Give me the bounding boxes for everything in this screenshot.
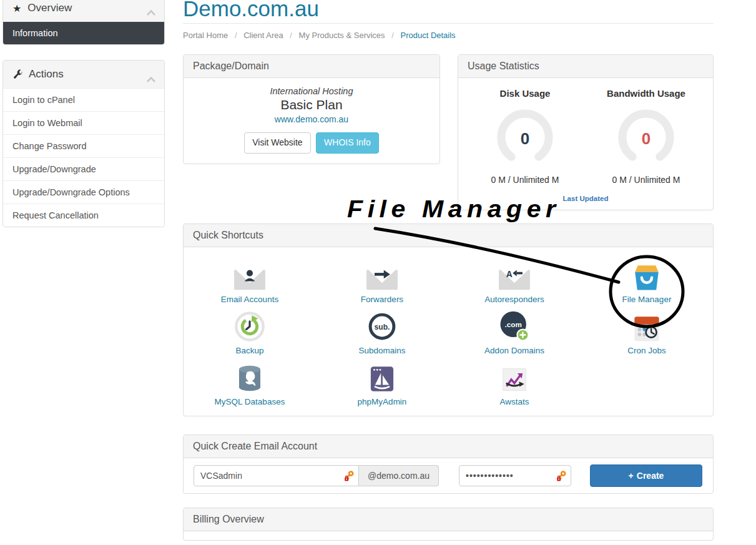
whois-info-button[interactable]: WHOIS Info: [316, 132, 379, 154]
sidebar: ★ Overview Information Actions Login to …: [2, 0, 165, 227]
bandwidth-usage-gauge: 0: [614, 109, 679, 169]
svg-text:.com: .com: [505, 320, 522, 328]
shortcut-awstats[interactable]: Awstats: [448, 358, 581, 410]
shortcut-addon-domains[interactable]: .com Addon Domains: [448, 307, 581, 358]
plus-icon: +: [629, 471, 634, 481]
disk-usage-gauge: 0: [493, 109, 557, 169]
usage-statistics-panel: Usage Statistics Disk Usage 0 0 M / Unli: [458, 54, 714, 210]
overview-panel-header[interactable]: ★ Overview: [3, 0, 164, 22]
sidebar-item-upgrade-downgrade-options[interactable]: Upgrade/Downgrade Options: [3, 180, 164, 204]
password-field-wrap: [459, 465, 571, 486]
product-plan: Basic Plan: [191, 97, 432, 112]
bandwidth-usage-value: 0: [614, 109, 679, 169]
chevron-up-icon[interactable]: [147, 6, 155, 19]
sidebar-item-request-cancellation[interactable]: Request Cancellation: [3, 204, 164, 227]
shortcut-email-accounts[interactable]: Email Accounts: [184, 256, 316, 307]
package-domain-panel: Package/Domain International Hosting Bas…: [183, 54, 440, 164]
package-panel-header: Package/Domain: [184, 55, 439, 78]
actions-panel: Actions Login to cPanel Login to Webmail…: [2, 60, 165, 227]
breadcrumb-separator: /: [391, 31, 394, 40]
shortcut-forwarders[interactable]: Forwarders: [316, 256, 448, 307]
shortcuts-panel-header: Quick Shortcuts: [184, 224, 713, 247]
file-manager-icon: [630, 256, 664, 292]
bandwidth-usage-label: Bandwidth Usage: [586, 88, 707, 99]
breadcrumb-current: Product Details: [400, 31, 455, 40]
breadcrumb-separator: /: [290, 31, 292, 40]
page-title: Demo.com.au: [183, 0, 714, 21]
shortcut-label: Forwarders: [361, 295, 403, 304]
sidebar-item-upgrade-downgrade[interactable]: Upgrade/Downgrade: [3, 157, 164, 180]
sidebar-item-login-cpanel[interactable]: Login to cPanel: [3, 88, 164, 111]
subdomains-icon: sub.: [365, 307, 399, 343]
breadcrumb-portal-home[interactable]: Portal Home: [183, 31, 228, 40]
username-field-wrap: [194, 465, 359, 486]
svg-text:sub.: sub.: [375, 323, 390, 331]
cron-jobs-icon: [630, 307, 664, 343]
quick-create-email-panel: Quick Create Email Account @demo.: [183, 435, 714, 494]
product-group: International Hosting: [191, 86, 432, 96]
breadcrumb-client-area[interactable]: Client Area: [243, 31, 283, 40]
wrench-icon: [12, 69, 22, 79]
backup-icon: [233, 307, 267, 343]
quick-create-body: @demo.com.au +Create: [184, 458, 713, 493]
shortcut-label: Cron Jobs: [627, 346, 666, 355]
disk-usage-label: Disk Usage: [464, 88, 586, 99]
bandwidth-usage-detail: 0 M / Unlimited M: [586, 175, 707, 185]
autoresponders-icon: A: [497, 256, 532, 292]
bandwidth-usage-stat: Bandwidth Usage 0 0 M / Unlimited M: [586, 88, 707, 185]
shortcut-autoresponders[interactable]: A Autoresponders: [448, 256, 581, 307]
actions-panel-header[interactable]: Actions: [3, 61, 164, 88]
addon-domains-icon: .com: [498, 307, 531, 343]
shortcut-label: Subdomains: [358, 346, 405, 355]
shortcut-label: Autoresponders: [484, 295, 544, 304]
actions-panel-title: Actions: [29, 68, 64, 81]
visit-website-button[interactable]: Visit Website: [244, 132, 310, 154]
shortcut-backup[interactable]: Backup: [184, 307, 316, 358]
package-buttons: Visit Website WHOIS Info: [191, 132, 432, 154]
shortcut-cron-jobs[interactable]: Cron Jobs: [581, 307, 713, 358]
product-details-page: ★ Overview Information Actions Login to …: [0, 0, 756, 545]
domain-link[interactable]: www.demo.com.au: [191, 114, 432, 124]
email-password-input[interactable]: [459, 465, 571, 486]
overview-panel: ★ Overview Information: [2, 0, 165, 45]
overview-panel-title: Overview: [27, 2, 72, 14]
email-accounts-icon: [232, 256, 267, 292]
billing-overview-panel: Billing Overview: [183, 508, 714, 541]
email-domain-suffix: @demo.com.au: [359, 465, 439, 486]
quick-create-panel-header: Quick Create Email Account: [184, 435, 713, 458]
shortcut-label: phpMyAdmin: [358, 397, 407, 406]
chevron-up-icon[interactable]: [147, 73, 155, 86]
billing-panel-header: Billing Overview: [184, 508, 713, 531]
disk-usage-value: 0: [493, 109, 557, 169]
main-content: Demo.com.au Portal Home / Client Area / …: [183, 0, 714, 541]
usage-panel-body: Disk Usage 0 0 M / Unlimited M Bandwidth…: [458, 78, 713, 210]
create-button-label: Create: [637, 471, 664, 481]
sidebar-item-login-webmail[interactable]: Login to Webmail: [3, 111, 164, 134]
forwarders-icon: [365, 256, 400, 292]
sidebar-item-change-password[interactable]: Change Password: [3, 134, 164, 157]
svg-text:A: A: [506, 269, 513, 279]
shortcut-label: Backup: [235, 346, 263, 355]
shortcut-label: Awstats: [499, 397, 529, 406]
create-email-button[interactable]: +Create: [590, 464, 702, 487]
shortcut-label: MySQL Databases: [215, 397, 285, 406]
shortcut-file-manager[interactable]: File Manager: [581, 256, 713, 307]
sidebar-item-information[interactable]: Information: [3, 22, 164, 44]
breadcrumb-my-products[interactable]: My Products & Services: [299, 31, 385, 40]
shortcuts-grid: Email Accounts Forwarders: [184, 247, 713, 416]
shortcut-phpmyadmin[interactable]: phpMyAdmin: [316, 358, 448, 410]
shortcut-label: Email Accounts: [221, 295, 278, 304]
disk-usage-stat: Disk Usage 0 0 M / Unlimited M: [464, 88, 586, 185]
shortcut-label: Addon Domains: [484, 346, 544, 355]
mysql-databases-icon: [233, 358, 267, 395]
star-icon: ★: [12, 2, 21, 14]
breadcrumb: Portal Home / Client Area / My Products …: [183, 31, 714, 40]
phpmyadmin-icon: [366, 358, 398, 395]
email-username-input[interactable]: [194, 465, 359, 486]
disk-usage-detail: 0 M / Unlimited M: [464, 175, 586, 185]
billing-panel-body: [184, 531, 713, 540]
quick-shortcuts-panel: Quick Shortcuts Email Accounts: [183, 223, 714, 416]
title-divider: [183, 23, 714, 24]
shortcut-mysql-databases[interactable]: MySQL Databases: [184, 358, 316, 410]
shortcut-subdomains[interactable]: sub. Subdomains: [316, 307, 448, 358]
